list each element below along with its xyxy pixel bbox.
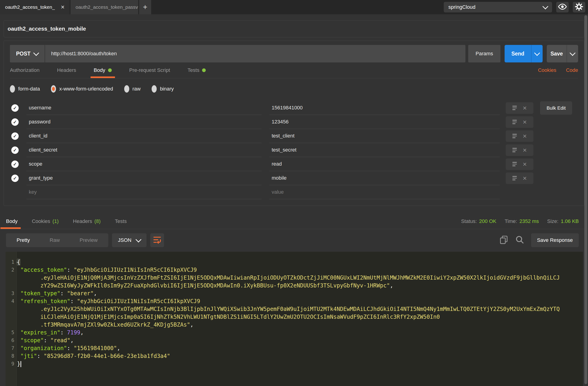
param-key-cell[interactable]: scope (26, 157, 262, 171)
view-mode-pretty[interactable]: Pretty (17, 237, 30, 243)
row-checkbox[interactable]: ✓ (11, 146, 19, 154)
green-dot-icon (202, 68, 206, 72)
body-mode-form-data[interactable]: form-data (10, 85, 40, 93)
param-value-cell[interactable]: mobile (269, 171, 500, 185)
code-token: "scope" (20, 337, 43, 344)
drag-handle-icon[interactable] (512, 134, 517, 138)
cookies-link[interactable]: Cookies (538, 67, 556, 73)
radio-icon[interactable] (10, 85, 15, 93)
request-tab-authorization[interactable]: Authorization (10, 62, 39, 78)
code-line: 1▾{ (5, 258, 583, 266)
drag-handle-icon[interactable] (512, 120, 517, 124)
request-tab-pre-request-script[interactable]: Pre-request Script (129, 62, 170, 78)
drag-handle-icon[interactable] (512, 106, 517, 110)
line-number: 5 (5, 329, 14, 336)
request-tab-label: Tests (188, 67, 199, 73)
view-mode-preview[interactable]: Preview (80, 237, 97, 243)
response-tab-label: Tests (115, 218, 127, 224)
response-tab-body[interactable]: Body (6, 214, 18, 229)
save-button[interactable]: Save (547, 45, 567, 62)
param-value-cell[interactable]: read (269, 157, 500, 171)
param-value-cell[interactable]: 123456 (269, 115, 500, 129)
row-checkbox[interactable]: ✓ (11, 132, 19, 140)
value-placeholder-cell[interactable]: value (269, 185, 500, 199)
request-tab-body[interactable]: Body (94, 62, 112, 78)
remove-row-icon[interactable]: × (523, 147, 527, 154)
body-mode-binary[interactable]: binary (152, 85, 174, 93)
drag-handle-icon[interactable] (512, 148, 517, 152)
wrap-text-button[interactable] (150, 233, 164, 247)
method-selector[interactable]: POST (10, 45, 45, 62)
remove-row-icon[interactable]: × (523, 119, 527, 125)
param-key-cell[interactable]: client_secret (26, 143, 262, 157)
code-token: , (117, 345, 120, 351)
scrollbar[interactable] (584, 0, 587, 386)
radio-icon[interactable] (152, 85, 157, 93)
row-checkbox[interactable]: ✓ (11, 104, 19, 112)
body-mode-x-www-form-urlencoded[interactable]: x-www-form-urlencoded (51, 85, 113, 93)
param-row: ✓username15619841000× (10, 101, 578, 115)
code-line: 7 "organization": "15619841000", (5, 344, 583, 352)
radio-icon[interactable] (124, 85, 129, 93)
code-token: : (60, 329, 67, 336)
row-checkbox[interactable]: ✓ (11, 118, 19, 126)
response-tab-cookies[interactable]: Cookies(1) (32, 214, 59, 229)
row-checkbox[interactable]: ✓ (11, 175, 19, 182)
code-token: .tf3MRmqavA7mjZXl9w0ZkLxed6UZkrkZ_4KDjg5… (17, 322, 190, 328)
response-tab-tests[interactable]: Tests (115, 214, 127, 229)
code-link[interactable]: Code (566, 67, 578, 73)
send-button[interactable]: Send (504, 45, 531, 62)
code-token: "bearer" (67, 290, 94, 297)
settings-button[interactable] (573, 2, 585, 12)
param-key-cell[interactable]: username (26, 101, 262, 115)
param-value-cell[interactable]: test_secret (269, 143, 500, 157)
new-tab-button[interactable]: + (139, 0, 151, 14)
body-mode-raw[interactable]: raw (124, 85, 141, 93)
window-tab-background[interactable]: oauth2_access_token_passv (70, 0, 138, 14)
code-token (17, 290, 20, 297)
environment-selector[interactable]: springCloud (444, 2, 552, 12)
environment-quick-look-button[interactable] (556, 2, 569, 12)
status-label: Status: (461, 218, 477, 224)
bulk-edit-button[interactable]: Bulk Edit (540, 101, 572, 115)
code-token: 7199 (67, 329, 80, 336)
format-selector[interactable]: JSON (112, 233, 147, 247)
close-tab-icon[interactable]: × (61, 4, 64, 10)
request-tab-tests[interactable]: Tests (188, 62, 206, 78)
code-token: : (67, 345, 74, 351)
size-label: Size: (547, 218, 559, 224)
param-key-cell[interactable]: grant_type (26, 171, 262, 185)
code-text: "refresh_token": "eyJhbGciOiJIUzI1NiIsIn… (14, 297, 200, 305)
scrollbar-thumb[interactable] (584, 15, 587, 384)
remove-row-icon[interactable]: × (523, 175, 527, 182)
view-mode-raw[interactable]: Raw (50, 237, 60, 243)
request-tab-headers[interactable]: Headers (57, 62, 76, 78)
param-value-cell[interactable]: test_client (269, 129, 500, 143)
save-response-button[interactable]: Save Response (531, 233, 579, 247)
fold-arrow-icon[interactable]: ▾ (16, 258, 18, 266)
remove-row-icon[interactable]: × (523, 161, 527, 168)
code-text: "token_type": "bearer", (14, 289, 97, 297)
params-button[interactable]: Params (468, 45, 501, 62)
save-options-button[interactable] (567, 45, 578, 62)
code-line: 5 "expires_in": 7199, (5, 329, 583, 336)
line-number: 9 (5, 360, 14, 368)
param-key-cell[interactable]: client_id (26, 129, 262, 143)
search-response-button[interactable] (515, 235, 525, 245)
chevron-down-icon (136, 237, 142, 242)
remove-row-icon[interactable]: × (523, 133, 527, 140)
drag-handle-icon[interactable] (512, 162, 517, 166)
drag-handle-icon[interactable] (512, 176, 517, 180)
response-tab-count: (8) (94, 218, 101, 224)
remove-row-icon[interactable]: × (523, 104, 527, 111)
url-input[interactable]: http://host1:8000/oauth/token (45, 45, 465, 62)
param-key-cell[interactable]: password (26, 115, 262, 129)
send-options-button[interactable] (531, 45, 543, 62)
key-placeholder-cell[interactable]: key (26, 185, 262, 199)
response-tab-headers[interactable]: Headers(8) (73, 214, 101, 229)
row-checkbox[interactable]: ✓ (11, 161, 19, 168)
copy-response-button[interactable] (499, 235, 508, 245)
radio-icon[interactable] (51, 85, 56, 93)
window-tab-active[interactable]: oauth2_access_token_ × (0, 0, 70, 14)
param-value-cell[interactable]: 15619841000 (269, 101, 500, 115)
